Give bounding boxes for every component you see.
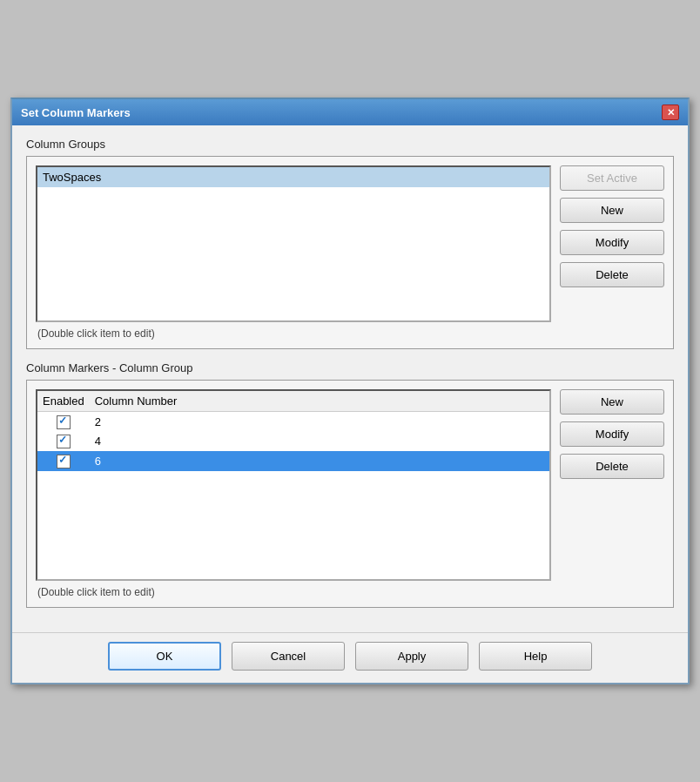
checkbox-cell (37, 432, 90, 452)
title-bar: Set Column Markers ✕ (12, 99, 688, 125)
column-number-cell: 4 (90, 432, 549, 452)
column-groups-box: TwoSpaces Set Active New Modify Delete (… (26, 156, 674, 349)
bottom-buttons: OK Cancel Apply Help (12, 632, 688, 683)
new-button-markers[interactable]: New (560, 389, 664, 415)
help-button[interactable]: Help (479, 642, 592, 671)
close-button[interactable]: ✕ (662, 104, 679, 120)
cancel-button[interactable]: Cancel (232, 642, 345, 671)
modify-button-groups[interactable]: Modify (560, 230, 664, 255)
col-header-enabled: Enabled (37, 391, 90, 412)
column-markers-table: Enabled Column Number 2 (37, 391, 549, 471)
column-markers-buttons: New Modify Delete (560, 389, 664, 479)
delete-button-groups[interactable]: Delete (560, 262, 664, 287)
checkbox-icon (57, 415, 71, 429)
dialog-title: Set Column Markers (21, 106, 131, 119)
column-markers-table-wrapper[interactable]: Enabled Column Number 2 (36, 389, 551, 581)
column-markers-box: Enabled Column Number 2 (26, 380, 674, 608)
column-groups-buttons: Set Active New Modify Delete (560, 165, 664, 287)
column-groups-list[interactable]: TwoSpaces (36, 165, 551, 322)
col-header-number: Column Number (90, 391, 549, 412)
column-groups-hint: (Double click item to edit) (36, 327, 664, 340)
set-active-button[interactable]: Set Active (560, 165, 664, 191)
table-row[interactable]: 2 (37, 412, 549, 432)
table-body: 2 4 (37, 412, 549, 471)
column-markers-section: Column Markers - Column Group Enabled Co… (26, 361, 674, 608)
table-header-row: Enabled Column Number (37, 391, 549, 412)
apply-button[interactable]: Apply (355, 642, 468, 671)
column-number-cell: 6 (90, 451, 549, 471)
column-markers-title: Column Markers - Column Group (26, 361, 674, 374)
list-item[interactable]: TwoSpaces (37, 167, 549, 187)
table-row[interactable]: 6 (37, 451, 549, 471)
new-button-groups[interactable]: New (560, 198, 664, 223)
checkbox-icon (57, 455, 71, 469)
table-row[interactable]: 4 (37, 432, 549, 452)
ok-button[interactable]: OK (108, 642, 221, 671)
checkbox-cell (37, 451, 90, 471)
column-markers-hint: (Double click item to edit) (36, 586, 664, 598)
modify-button-markers[interactable]: Modify (560, 421, 664, 447)
dialog: Set Column Markers ✕ Column Groups TwoSp… (10, 98, 690, 684)
column-groups-section: Column Groups TwoSpaces Set Active New M… (26, 138, 674, 349)
checkbox-cell (37, 412, 90, 432)
column-markers-row: Enabled Column Number 2 (36, 389, 664, 581)
list-item-label: TwoSpaces (43, 171, 101, 184)
column-groups-row: TwoSpaces Set Active New Modify Delete (36, 165, 664, 322)
dialog-content: Column Groups TwoSpaces Set Active New M… (12, 125, 688, 632)
delete-button-markers[interactable]: Delete (560, 454, 664, 479)
column-groups-title: Column Groups (26, 138, 674, 151)
column-number-cell: 2 (90, 412, 549, 432)
checkbox-icon (57, 435, 71, 448)
